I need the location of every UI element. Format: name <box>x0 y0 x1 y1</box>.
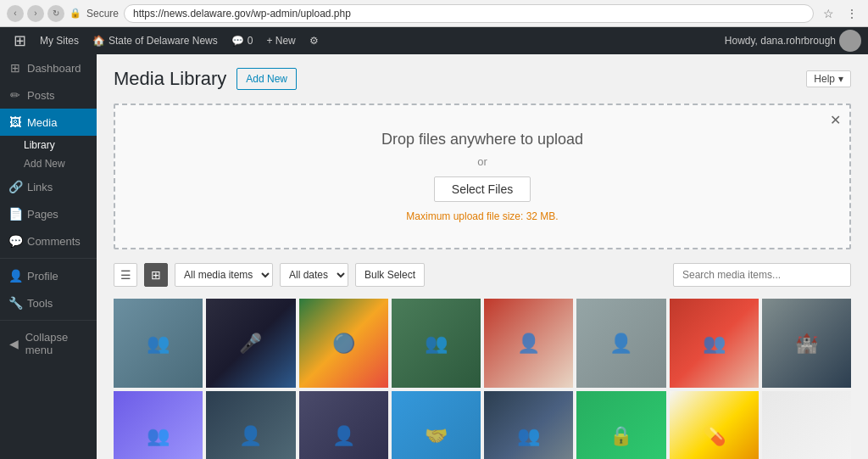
media-item[interactable]: 👥 <box>114 299 203 388</box>
media-icon: 🖼 <box>8 115 22 129</box>
media-type-filter[interactable]: All media items <box>175 263 273 287</box>
media-thumbnail: 🔒 <box>576 391 665 459</box>
refresh-button[interactable]: ↻ <box>47 5 64 22</box>
media-item[interactable]: 👥 <box>392 299 481 388</box>
comments-button[interactable]: 💬 0 <box>225 27 260 54</box>
new-content-button[interactable]: + New <box>259 27 302 54</box>
media-item[interactable]: 👥 <box>484 391 573 459</box>
media-item[interactable]: 🔵 <box>299 299 388 388</box>
forward-button[interactable]: › <box>27 5 44 22</box>
sidebar-item-dashboard[interactable]: ⊞ Dashboard <box>0 54 97 81</box>
search-input[interactable] <box>673 263 851 287</box>
media-thumbnail: 👥 <box>114 391 203 459</box>
avatar <box>839 30 861 52</box>
url-bar[interactable] <box>124 4 814 23</box>
media-grid: 👥🎤🔵👥👤👤👥🏰👥👤👤🤝👥🔒💊 <box>114 299 851 459</box>
sidebar-item-media[interactable]: 🖼 Media <box>0 109 97 136</box>
speech-icon: 💬 <box>231 35 244 47</box>
sidebar-tools-label: Tools <box>27 297 53 310</box>
help-label: Help <box>814 73 835 85</box>
media-item[interactable]: 👤 <box>484 299 573 388</box>
links-icon: 🔗 <box>8 180 22 193</box>
site-name-button[interactable]: 🏠 State of Delaware News <box>86 27 225 54</box>
sidebar-collapse-button[interactable]: ◀ Collapse menu <box>0 324 97 363</box>
media-thumbnail: 💊 <box>670 391 759 459</box>
media-thumbnail: 🎤 <box>206 299 295 388</box>
bookmark-button[interactable]: ☆ <box>819 4 837 23</box>
sidebar-item-comments[interactable]: 💬 Comments <box>0 227 97 255</box>
bulk-select-button[interactable]: Bulk Select <box>355 263 425 287</box>
site-name-label: State of Delaware News <box>108 35 218 47</box>
sidebar-item-posts[interactable]: ✏ Posts <box>0 81 97 109</box>
site-icon: 🏠 <box>92 35 105 47</box>
sidebar-add-new-label: Add New <box>24 158 65 170</box>
media-thumbnail: 👥 <box>392 299 481 388</box>
media-thumbnail: 👤 <box>576 299 665 388</box>
sidebar-comments-label: Comments <box>27 235 81 248</box>
tools-icon: 🔧 <box>8 296 22 310</box>
secure-label: Secure <box>86 8 119 20</box>
list-view-button[interactable]: ☰ <box>114 263 137 287</box>
media-thumbnail: 👥 <box>484 391 573 459</box>
media-item[interactable]: 👤 <box>299 391 388 459</box>
plugin-icon: ⚙ <box>309 35 319 47</box>
sidebar-divider <box>0 258 97 259</box>
sidebar-item-pages[interactable]: 📄 Pages <box>0 200 97 227</box>
sidebar-posts-label: Posts <box>27 89 55 102</box>
media-item[interactable] <box>762 391 851 459</box>
date-filter[interactable]: All dates <box>280 263 348 287</box>
media-item[interactable]: 👥 <box>670 299 759 388</box>
media-thumbnail: 👤 <box>206 391 295 459</box>
upload-close-button[interactable]: ✕ <box>830 112 841 128</box>
comments-sidebar-icon: 💬 <box>8 234 22 248</box>
browser-nav-buttons: ‹ › ↻ <box>7 5 64 22</box>
media-item[interactable]: 🏰 <box>762 299 851 388</box>
media-item[interactable]: 👤 <box>576 299 665 388</box>
sidebar-dashboard-label: Dashboard <box>27 62 81 75</box>
help-chevron-icon: ▾ <box>838 73 843 85</box>
upload-drop-text: Drop files anywhere to upload <box>132 131 832 148</box>
collapse-icon: ◀ <box>8 337 20 350</box>
new-label: + New <box>266 35 295 47</box>
sidebar-divider-2 <box>0 320 97 321</box>
media-item[interactable]: 🎤 <box>206 299 295 388</box>
my-sites-button[interactable]: My Sites <box>33 27 86 54</box>
sidebar-item-links[interactable]: 🔗 Links <box>0 173 97 200</box>
howdy-label: Howdy, dana.rohrbrough <box>725 35 836 47</box>
page-header: Media Library Add New Help ▾ <box>114 68 851 90</box>
back-button[interactable]: ‹ <box>7 5 24 22</box>
media-thumbnail: 👤 <box>299 391 388 459</box>
media-thumbnail: 🔵 <box>299 299 388 388</box>
media-thumbnail: 🏰 <box>762 299 851 388</box>
media-thumbnail: 👥 <box>670 299 759 388</box>
media-thumbnail: 🤝 <box>392 391 481 459</box>
add-new-button[interactable]: Add New <box>236 68 297 90</box>
sidebar-links-label: Links <box>27 181 53 193</box>
sidebar-profile-label: Profile <box>27 270 58 283</box>
sidebar-item-tools[interactable]: 🔧 Tools <box>0 289 97 316</box>
wp-logo-button[interactable]: ⊞ <box>7 27 33 54</box>
grid-view-button[interactable]: ⊞ <box>144 263 168 287</box>
sidebar-sub-add-new[interactable]: Add New <box>0 154 97 173</box>
main-content: Media Library Add New Help ▾ ✕ Drop file… <box>97 54 868 459</box>
extensions-button[interactable]: ⋮ <box>843 4 861 23</box>
media-item[interactable]: 💊 <box>670 391 759 459</box>
media-item[interactable]: 🔒 <box>576 391 665 459</box>
wp-admin-bar: ⊞ My Sites 🏠 State of Delaware News 💬 0 … <box>0 27 868 54</box>
media-item[interactable]: 👤 <box>206 391 295 459</box>
admin-bar-right: Howdy, dana.rohrbrough <box>725 30 861 52</box>
wp-logo-icon: ⊞ <box>14 31 26 50</box>
posts-icon: ✏ <box>8 88 22 102</box>
sidebar-sub-library[interactable]: Library <box>0 136 97 154</box>
app-layout: ⊞ Dashboard ✏ Posts 🖼 Media Library Add … <box>0 54 868 459</box>
sidebar-library-label: Library <box>24 139 55 151</box>
sidebar-item-profile[interactable]: 👤 Profile <box>0 262 97 289</box>
media-thumbnail: 👤 <box>484 299 573 388</box>
help-button[interactable]: Help ▾ <box>806 70 851 87</box>
plugin-button[interactable]: ⚙ <box>303 27 326 54</box>
media-item[interactable]: 🤝 <box>392 391 481 459</box>
media-item[interactable]: 👥 <box>114 391 203 459</box>
media-thumbnail: 👥 <box>114 299 203 388</box>
my-sites-label: My Sites <box>40 35 79 47</box>
select-files-button[interactable]: Select Files <box>434 176 531 202</box>
